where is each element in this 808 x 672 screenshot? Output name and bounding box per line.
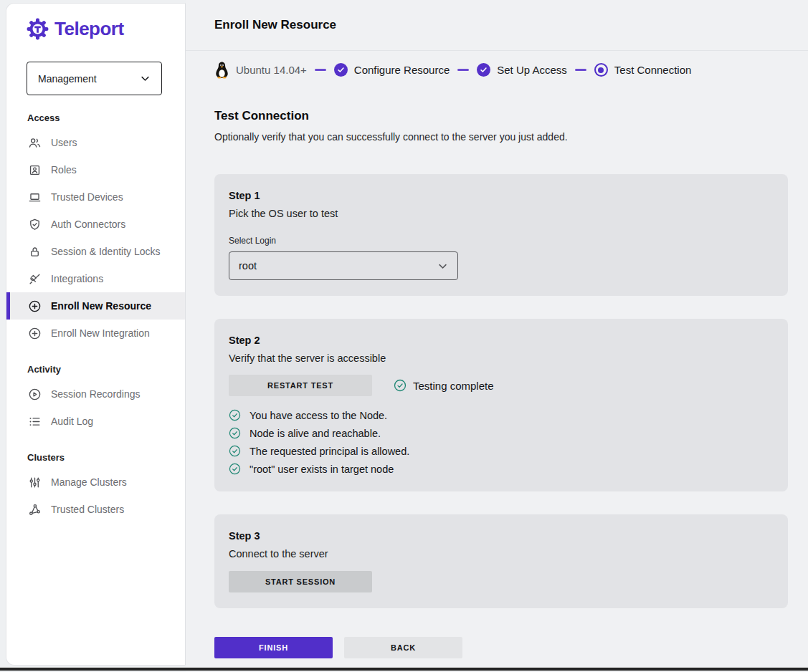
network-icon bbox=[27, 502, 42, 517]
check-item-label: You have access to the Node. bbox=[249, 410, 387, 421]
check-circle-icon bbox=[229, 409, 242, 422]
stepper-step-set-up-access[interactable]: Set Up Access bbox=[477, 63, 567, 77]
section-subtitle: Optionally verify that you can successfu… bbox=[214, 131, 808, 143]
check-circle-icon bbox=[229, 427, 242, 440]
plug-icon bbox=[27, 272, 42, 286]
workspace-selector-value: Management bbox=[38, 73, 97, 85]
chevron-down-icon bbox=[437, 261, 448, 272]
check-item: Node is alive and reachable. bbox=[229, 427, 774, 440]
sidebar-item-label: Session & Identity Locks bbox=[51, 246, 161, 257]
id-card-icon bbox=[27, 163, 42, 177]
sidebar-item-session-identity-locks[interactable]: Session & Identity Locks bbox=[6, 238, 185, 265]
sliders-icon bbox=[27, 475, 42, 489]
step2-description: Verify that the server is accessible bbox=[229, 352, 774, 364]
stepper-resource-label: Ubuntu 14.04+ bbox=[236, 64, 307, 76]
sidebar-item-audit-log[interactable]: Audit Log bbox=[6, 408, 185, 435]
page-title: Enroll New Resource bbox=[214, 18, 336, 32]
teleport-gear-icon bbox=[27, 18, 49, 40]
sidebar-item-users[interactable]: Users bbox=[6, 129, 185, 156]
nav-section-title: Activity bbox=[6, 362, 185, 380]
step2-card: Step 2 Verify that the server is accessi… bbox=[214, 319, 788, 491]
sidebar-item-enroll-new-integration[interactable]: Enroll New Integration bbox=[6, 320, 185, 347]
users-icon bbox=[27, 135, 42, 150]
step1-card: Step 1 Pick the OS user to test Select L… bbox=[214, 174, 788, 296]
test-status-label: Testing complete bbox=[413, 380, 494, 392]
sidebar: Teleport Management AccessUsersRolesTrus… bbox=[6, 3, 186, 666]
laptop-icon bbox=[27, 190, 42, 204]
nav-section-clusters: ClustersManage ClustersTrusted Clusters bbox=[6, 450, 185, 523]
shield-check-icon bbox=[27, 217, 42, 231]
step-complete-check-icon bbox=[477, 63, 490, 77]
sidebar-item-roles[interactable]: Roles bbox=[6, 156, 185, 183]
sidebar-nav: AccessUsersRolesTrusted DevicesAuth Conn… bbox=[6, 110, 185, 523]
stepper-step-test-connection[interactable]: Test Connection bbox=[594, 63, 692, 77]
sidebar-item-label: Integrations bbox=[51, 273, 103, 284]
sidebar-item-label: Audit Log bbox=[51, 416, 93, 427]
nav-section-title: Access bbox=[6, 110, 185, 129]
sidebar-item-trusted-clusters[interactable]: Trusted Clusters bbox=[6, 496, 185, 523]
nav-section-access: AccessUsersRolesTrusted DevicesAuth Conn… bbox=[6, 110, 185, 347]
step-active-ring-icon bbox=[594, 63, 608, 77]
wizard-actions: FINISH BACK bbox=[214, 637, 808, 658]
linux-penguin-icon bbox=[214, 61, 229, 79]
step-complete-check-icon bbox=[334, 63, 348, 77]
sidebar-item-label: Users bbox=[51, 137, 77, 148]
check-item: "root" user exists in target node bbox=[229, 463, 774, 476]
sidebar-item-label: Roles bbox=[51, 164, 77, 176]
stepper-connector bbox=[457, 69, 469, 70]
restart-test-button[interactable]: RESTART TEST bbox=[229, 375, 372, 396]
test-checklist: You have access to the Node.Node is aliv… bbox=[229, 409, 774, 476]
content: Test Connection Optionally verify that y… bbox=[186, 86, 808, 658]
sidebar-item-integrations[interactable]: Integrations bbox=[6, 265, 185, 292]
step1-description: Pick the OS user to test bbox=[229, 208, 774, 219]
window-bottom-edge bbox=[0, 667, 808, 671]
sidebar-item-label: Trusted Clusters bbox=[51, 504, 124, 515]
sidebar-item-label: Manage Clusters bbox=[51, 476, 127, 488]
step3-title: Step 3 bbox=[229, 530, 774, 542]
check-item-label: The requested principal is allowed. bbox=[249, 446, 409, 457]
check-circle-icon bbox=[229, 445, 242, 458]
check-item-label: Node is alive and reachable. bbox=[249, 428, 381, 439]
step2-title: Step 2 bbox=[229, 335, 774, 346]
finish-button[interactable]: FINISH bbox=[214, 637, 333, 658]
sidebar-item-enroll-new-resource[interactable]: Enroll New Resource bbox=[6, 292, 185, 320]
step3-card: Step 3 Connect to the server START SESSI… bbox=[214, 514, 788, 608]
check-circle-icon bbox=[394, 379, 407, 392]
lock-icon bbox=[27, 244, 42, 259]
chevron-down-icon bbox=[140, 73, 151, 84]
login-select[interactable]: root bbox=[229, 251, 458, 280]
sidebar-item-manage-clusters[interactable]: Manage Clusters bbox=[6, 469, 185, 496]
check-item-label: "root" user exists in target node bbox=[249, 464, 394, 475]
select-login-label: Select Login bbox=[229, 236, 774, 246]
stepper-step-label: Test Connection bbox=[614, 64, 692, 76]
sidebar-item-auth-connectors[interactable]: Auth Connectors bbox=[6, 211, 185, 238]
step1-title: Step 1 bbox=[229, 190, 774, 201]
back-button[interactable]: BACK bbox=[344, 637, 462, 658]
check-item: The requested principal is allowed. bbox=[229, 445, 774, 458]
sidebar-item-label: Trusted Devices bbox=[51, 191, 123, 203]
sidebar-item-label: Session Recordings bbox=[51, 388, 141, 400]
stepper-step-configure-resource[interactable]: Configure Resource bbox=[334, 63, 450, 77]
circle-plus-icon bbox=[27, 299, 42, 313]
stepper-step-label: Configure Resource bbox=[354, 64, 450, 76]
stepper-connector bbox=[575, 69, 586, 70]
play-circle-icon bbox=[27, 387, 42, 401]
sidebar-item-session-recordings[interactable]: Session Recordings bbox=[6, 380, 185, 408]
workspace-selector[interactable]: Management bbox=[27, 62, 162, 95]
nav-section-activity: ActivitySession RecordingsAudit Log bbox=[6, 362, 185, 435]
check-item: You have access to the Node. bbox=[229, 409, 774, 422]
circle-plus-icon bbox=[27, 326, 42, 340]
stepper-connector bbox=[315, 69, 326, 70]
sidebar-item-label: Enroll New Resource bbox=[51, 300, 151, 312]
stepper-step-label: Set Up Access bbox=[497, 64, 567, 76]
section-title-test-connection: Test Connection bbox=[214, 109, 808, 123]
list-icon bbox=[27, 414, 42, 428]
page-header: Enroll New Resource bbox=[186, 0, 808, 51]
nav-section-title: Clusters bbox=[6, 450, 185, 469]
brand-logo[interactable]: Teleport bbox=[6, 4, 185, 40]
step3-description: Connect to the server bbox=[229, 548, 774, 560]
sidebar-item-trusted-devices[interactable]: Trusted Devices bbox=[6, 183, 185, 211]
main-panel: Enroll New Resource Ubuntu 14.04+Configu… bbox=[186, 0, 808, 672]
start-session-button[interactable]: START SESSION bbox=[229, 571, 372, 592]
brand-name: Teleport bbox=[54, 18, 124, 40]
